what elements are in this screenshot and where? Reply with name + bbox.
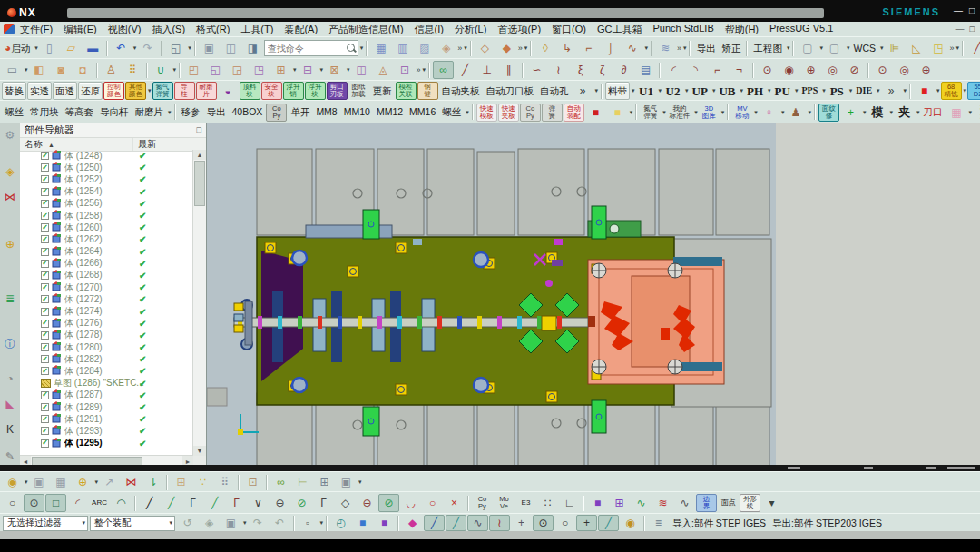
overflow-chevron[interactable]: »: [949, 44, 954, 53]
circle-2-icon[interactable]: ◉: [779, 61, 799, 79]
sketch-line-icon[interactable]: ╱: [455, 61, 475, 79]
visibility-checkbox-icon[interactable]: [41, 212, 49, 220]
curve-filter-icon[interactable]: ∿: [467, 515, 488, 531]
arc-c-icon[interactable]: ◜: [67, 494, 88, 512]
dropdown-arrow[interactable]: ▾: [968, 109, 972, 116]
window-gutter[interactable]: [0, 465, 980, 471]
balls-icon[interactable]: ∵: [192, 473, 213, 491]
vertical-scroll-thumb[interactable]: [194, 161, 205, 206]
screw-button[interactable]: 螺丝: [2, 104, 26, 122]
dropdown-arrow[interactable]: ▾: [34, 44, 38, 52]
visibility-checkbox-icon[interactable]: [41, 223, 49, 232]
menu-item[interactable]: 视图(V): [103, 23, 147, 36]
navigator-row[interactable]: 体 (1284): [21, 365, 192, 377]
menu-item[interactable]: 帮助(H): [720, 23, 764, 36]
sheet-surface-4-icon[interactable]: ◈: [436, 39, 456, 57]
overflow-chevron[interactable]: »: [677, 44, 681, 53]
circle-5-icon[interactable]: ⊘: [844, 61, 865, 79]
dropdown-arrow[interactable]: ▾: [740, 87, 744, 94]
column-latest-header[interactable]: 最新: [138, 138, 156, 151]
navigator-row[interactable]: 体 (1287): [21, 389, 192, 401]
dropdown-arrow[interactable]: ▾: [916, 109, 920, 116]
navigator-row[interactable]: 体 (1289): [21, 401, 192, 413]
dropdown-arrow[interactable]: ▾: [721, 109, 725, 116]
circle-4-icon[interactable]: ◎: [822, 61, 843, 79]
menu-item[interactable]: 分析(L): [449, 23, 492, 36]
sketch-point-icon[interactable]: ⊥: [476, 61, 497, 79]
slash-filter-icon[interactable]: ╱: [598, 515, 619, 531]
dropdown-arrow[interactable]: ▾: [964, 87, 967, 94]
mold-char-button[interactable]: 模: [867, 104, 887, 122]
nitrogen-spring-stamp[interactable]: 氮气弹簧: [152, 82, 173, 100]
my-standard-stamp[interactable]: 我的标准件: [667, 104, 693, 122]
purple-frame-icon[interactable]: ⊞: [609, 494, 630, 512]
spacer-button[interactable]: 等高套: [63, 104, 97, 122]
cavity-icon[interactable]: ◘: [73, 61, 93, 79]
arc-corner-2-icon[interactable]: ◝: [685, 61, 706, 79]
sheet-stack-icon[interactable]: ≋: [655, 39, 676, 57]
clipboard-icon[interactable]: ▣: [220, 515, 241, 531]
move-param-button[interactable]: 移参: [179, 104, 203, 122]
face-blend-2-icon[interactable]: ◆: [496, 39, 517, 57]
dropdown-arrow[interactable]: ▾: [466, 109, 469, 116]
copy-stamp[interactable]: CoPy: [266, 104, 287, 122]
fillet-icon[interactable]: ◠: [111, 494, 132, 512]
dropdown-arrow[interactable]: ▾: [173, 66, 177, 74]
solid-filter-icon[interactable]: ■: [352, 515, 373, 531]
arc-text-button[interactable]: ARC: [89, 494, 110, 512]
import-part-button[interactable]: 导入:部件 STEP IGES: [670, 515, 769, 531]
mdi-restore-button[interactable]: □: [970, 25, 975, 34]
circle-dash-icon[interactable]: ⊖: [357, 494, 377, 512]
purple-fill-icon[interactable]: ■: [587, 494, 608, 512]
b2-overflow-arrow[interactable]: ▾: [761, 494, 782, 512]
viewport-right-area[interactable]: [776, 123, 980, 468]
die-button[interactable]: DIE: [853, 82, 875, 100]
dropdown-arrow[interactable]: ▾: [133, 44, 137, 52]
clamp-char-button[interactable]: 夹: [894, 104, 915, 122]
copy-sketch-stamp[interactable]: CoPy: [472, 494, 493, 512]
red-material-swatch[interactable]: ■: [914, 82, 935, 100]
lifter-stamp[interactable]: 顶料块: [240, 82, 260, 100]
curve-tool-1-icon[interactable]: ∽: [526, 61, 547, 79]
dropdown-arrow[interactable]: ▾: [889, 109, 893, 116]
ph-button[interactable]: PH: [744, 82, 766, 100]
redo-icon[interactable]: ↷: [137, 39, 158, 57]
hole-fast-stamp[interactable]: 孔速: [973, 104, 980, 122]
selection-filter-combo[interactable]: 无选择过滤器 ▾: [3, 516, 88, 531]
u2-button[interactable]: U2: [662, 82, 683, 100]
feature-1-icon[interactable]: ◰: [183, 61, 204, 79]
cross-filter-icon[interactable]: +: [576, 515, 597, 531]
solid-transparent-button[interactable]: 实透: [27, 82, 52, 100]
dropdown-arrow[interactable]: ▾: [956, 44, 960, 52]
navigator-row[interactable]: 体 (1262): [21, 233, 192, 245]
u1-button[interactable]: U1: [636, 82, 657, 100]
cross-trim-icon[interactable]: ×: [444, 494, 465, 512]
face-blend-1-icon[interactable]: ◇: [475, 39, 495, 57]
mold-check-stamp[interactable]: 模检关联: [396, 82, 416, 100]
dropdown-arrow[interactable]: ▾: [795, 87, 799, 94]
drawing-load-button[interactable]: 图纸加载: [348, 82, 369, 100]
visibility-checkbox-icon[interactable]: [41, 152, 49, 160]
navigator-row[interactable]: 体 (1250): [21, 162, 192, 173]
mdi-minimize-button[interactable]: —: [956, 25, 965, 34]
circle-filter-icon[interactable]: ○: [554, 515, 575, 531]
ps-button[interactable]: PS: [827, 82, 848, 100]
common-block-button[interactable]: 常用块: [27, 104, 62, 122]
n-spline-icon[interactable]: ∿: [631, 494, 652, 512]
dropdown-arrow[interactable]: ▾: [694, 109, 698, 116]
menu-item[interactable]: 产品制造信息(M): [323, 23, 409, 36]
arc-red-icon[interactable]: ◡: [400, 494, 421, 512]
hd3d-tools-icon[interactable]: ⓘ: [2, 337, 18, 351]
contour-flange-icon[interactable]: ∿: [622, 39, 642, 57]
bend-3-icon[interactable]: ⌡: [600, 39, 621, 57]
sheet-surface-2-icon[interactable]: ▥: [392, 39, 413, 57]
navigator-row[interactable]: 体 (1270): [21, 281, 192, 293]
arc-corner-1-icon[interactable]: ◜: [663, 61, 684, 79]
dropdown-arrow[interactable]: ▾: [24, 66, 28, 74]
mm8-button[interactable]: MM8: [313, 104, 339, 122]
mm12-button[interactable]: MM12: [374, 104, 406, 122]
dropdown-arrow[interactable]: ▾: [819, 44, 823, 52]
dropdown-arrow[interactable]: ▾: [847, 44, 850, 52]
press-tool-icon[interactable]: ♙: [101, 61, 122, 79]
curve-tool-2-icon[interactable]: ≀: [548, 61, 569, 79]
